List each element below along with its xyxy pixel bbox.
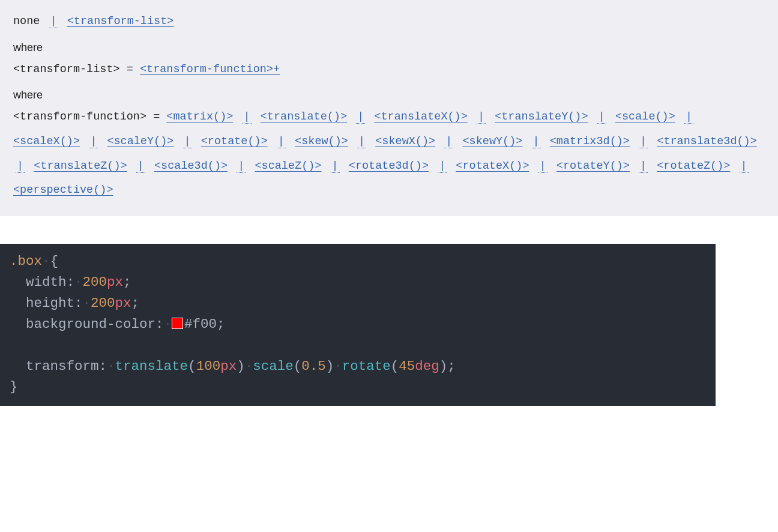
link-transform-fn[interactable]: <matrix3d()> [550, 135, 630, 148]
color-swatch-icon [172, 318, 183, 329]
syntax-separator: | [597, 110, 606, 124]
keyword-none: none [13, 15, 40, 28]
link-transform-fn[interactable]: <perspective()> [13, 184, 113, 196]
syntax-separator: | [16, 160, 25, 173]
syntax-line-1: none | <transform-list> [13, 10, 765, 34]
arg-rotate-unit: deg [415, 358, 439, 374]
transform-function-alternatives: <transform-function> = <matrix()> | <tra… [13, 105, 765, 203]
syntax-separator: | [357, 135, 366, 148]
transform-function-lhs: <transform-function> = [13, 110, 160, 123]
syntax-separator: | [684, 110, 693, 124]
syntax-separator: | [444, 135, 453, 148]
where-label-1: where [13, 41, 765, 54]
semicolon: ; [217, 316, 225, 332]
paren-open: ( [188, 358, 196, 374]
where-label-2: where [13, 89, 765, 101]
syntax-separator: | [639, 160, 648, 173]
syntax-separator: | [438, 160, 447, 173]
link-transform-fn[interactable]: <skew()> [295, 135, 348, 148]
prop-width: width [26, 274, 67, 290]
syntax-definition-box: none | <transform-list> where <transform… [0, 0, 778, 216]
syntax-line-2: <transform-list> = <transform-function>+ [13, 58, 765, 82]
colon: : [99, 358, 107, 374]
plus-quantifier[interactable]: + [273, 63, 280, 76]
fn-translate: translate [115, 358, 188, 374]
syntax-separator: | [331, 160, 340, 173]
prop-transform: transform [26, 358, 99, 374]
link-transform-fn[interactable]: <scale()> [615, 110, 675, 123]
arg-rotate-num: 45 [399, 358, 415, 374]
paren-close: ) [326, 358, 334, 374]
semicolon: ; [447, 358, 456, 374]
prop-background-color: background-color [26, 316, 155, 332]
value-bg-hex: #f00 [184, 316, 217, 332]
whitespace-dot: · [74, 274, 83, 290]
prop-height: height [26, 295, 74, 311]
syntax-separator: | [740, 160, 749, 173]
transform-list-lhs: <transform-list> = [13, 63, 133, 76]
paren-open: ( [391, 358, 399, 374]
syntax-separator: | [477, 110, 486, 124]
fn-rotate: rotate [342, 358, 391, 374]
fn-scale: scale [253, 358, 294, 374]
syntax-separator: | [49, 15, 58, 28]
value-width-unit: px [107, 274, 123, 290]
whitespace-dot: · [245, 358, 253, 374]
syntax-separator: | [639, 135, 648, 148]
syntax-separator: | [89, 135, 98, 148]
brace-open: { [50, 253, 59, 269]
link-transform-fn[interactable]: <translate3d()> [657, 135, 757, 148]
link-transform-list[interactable]: <transform-list> [67, 15, 174, 28]
value-height-num: 200 [91, 295, 115, 311]
semicolon: ; [131, 295, 140, 311]
arg-translate-num: 100 [196, 358, 221, 374]
link-transform-fn[interactable]: <scale3d()> [154, 160, 228, 172]
whitespace-dot: · [164, 316, 172, 332]
link-transform-fn[interactable]: <scaleY()> [107, 135, 173, 148]
syntax-separator: | [538, 160, 547, 173]
link-transform-fn[interactable]: <matrix()> [166, 110, 233, 123]
syntax-separator: | [532, 135, 541, 148]
syntax-separator: | [136, 160, 145, 173]
syntax-separator: | [277, 135, 286, 148]
paren-close: ) [439, 358, 448, 374]
syntax-separator: | [237, 160, 246, 173]
whitespace-dot: · [334, 358, 342, 374]
colon: : [67, 274, 75, 290]
link-transform-fn[interactable]: <skewX()> [375, 135, 435, 148]
link-transform-fn[interactable]: <translateZ()> [34, 160, 127, 172]
syntax-separator: | [183, 135, 192, 148]
colon: : [155, 316, 164, 332]
link-transform-fn[interactable]: <translate()> [261, 110, 347, 123]
paren-close: ) [237, 358, 245, 374]
arg-scale-num: 0.5 [301, 358, 326, 374]
paren-open: ( [294, 358, 302, 374]
syntax-separator: | [356, 110, 365, 124]
link-transform-fn[interactable]: <rotate3d()> [349, 160, 429, 172]
whitespace-dot: · [83, 295, 91, 311]
link-transform-fn[interactable]: <scaleX()> [13, 135, 80, 148]
link-transform-fn[interactable]: <rotate()> [201, 135, 268, 148]
link-transform-function[interactable]: <transform-function> [140, 63, 273, 76]
code-editor-block: .box·{ width:·200px; height:·200px; back… [0, 244, 716, 406]
colon: : [74, 295, 83, 311]
semicolon: ; [123, 274, 131, 290]
link-transform-fn[interactable]: <translateY()> [495, 110, 588, 123]
arg-translate-unit: px [220, 358, 237, 374]
css-selector: .box [10, 253, 42, 269]
link-transform-fn[interactable]: <skewY()> [462, 135, 522, 148]
syntax-separator: | [243, 110, 252, 124]
value-width-num: 200 [83, 274, 107, 290]
link-transform-fn[interactable]: <rotateZ()> [657, 160, 730, 172]
whitespace-dot: · [107, 358, 115, 374]
value-height-unit: px [115, 295, 131, 311]
link-transform-fn[interactable]: <translateX()> [374, 110, 467, 123]
link-transform-fn[interactable]: <scaleZ()> [255, 160, 321, 172]
link-transform-fn[interactable]: <rotateX()> [456, 160, 529, 172]
link-transform-fn[interactable]: <rotateY()> [556, 160, 630, 172]
whitespace-dot: · [42, 253, 50, 269]
brace-close: } [10, 379, 18, 394]
